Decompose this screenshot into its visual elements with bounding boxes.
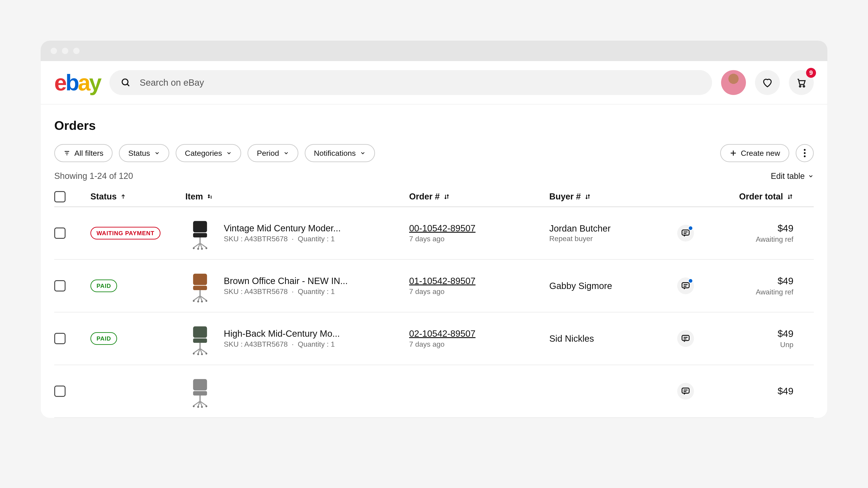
message-buyer-button[interactable] [677, 383, 694, 400]
svg-point-41 [206, 300, 207, 302]
search-input[interactable] [140, 78, 701, 88]
chevron-down-icon [226, 150, 232, 156]
categories-filter[interactable]: Categories [176, 144, 241, 162]
favorites-button[interactable] [755, 70, 780, 95]
column-buyer[interactable]: Buyer # [549, 192, 694, 202]
svg-rect-47 [193, 326, 207, 338]
create-new-label: Create new [741, 149, 780, 158]
buyer-name[interactable]: Jordan Butcher [549, 223, 611, 234]
column-item[interactable]: Item [185, 192, 409, 202]
order-age: 7 days ago [409, 340, 549, 348]
buyer-sub: Repeat buyer [549, 235, 611, 243]
search-bar[interactable] [110, 70, 712, 95]
period-filter-label: Period [257, 149, 279, 158]
svg-point-26 [193, 247, 195, 249]
svg-point-29 [201, 248, 203, 250]
notifications-filter[interactable]: Notifications [305, 144, 375, 162]
table-row: $49 [54, 365, 814, 418]
row-checkbox[interactable] [54, 227, 66, 239]
column-status[interactable]: Status [90, 192, 185, 202]
svg-point-28 [197, 248, 199, 250]
order-total: $49 [694, 223, 794, 234]
all-filters-label: All filters [74, 149, 103, 158]
svg-rect-20 [193, 233, 207, 238]
period-filter[interactable]: Period [248, 144, 298, 162]
buyer-name[interactable]: Gabby Sigmore [549, 281, 612, 291]
app-header: ebay 9 [41, 61, 827, 104]
svg-point-10 [804, 152, 806, 154]
sort-icon [443, 193, 450, 200]
order-total-sub: Awaiting ref [694, 235, 794, 244]
svg-point-69 [206, 405, 207, 407]
item-title[interactable]: High-Back Mid-Century Mo... [224, 329, 340, 339]
window-maximize-dot[interactable] [73, 48, 80, 54]
svg-point-11 [804, 155, 806, 157]
item-thumbnail[interactable] [185, 322, 215, 356]
status-badge-waiting: WAITING PAYMENT [90, 227, 160, 240]
plus-icon [730, 149, 737, 157]
edit-table-button[interactable]: Edit table [771, 172, 814, 181]
message-buyer-button[interactable] [677, 225, 694, 242]
create-new-button[interactable]: Create new [720, 144, 789, 162]
column-buyer-label: Buyer # [549, 192, 581, 202]
chevron-down-icon [283, 150, 289, 156]
item-title[interactable]: Brown Office Chair - NEW IN... [224, 276, 348, 286]
buyer-name[interactable]: Sid Nickles [549, 334, 594, 344]
svg-rect-19 [193, 221, 207, 232]
cart-button[interactable]: 9 [789, 70, 814, 95]
select-all-checkbox[interactable] [54, 191, 66, 203]
kebab-icon [804, 149, 806, 157]
item-thumbnail[interactable] [185, 216, 215, 250]
column-status-label: Status [90, 192, 117, 202]
svg-line-1 [127, 84, 129, 86]
table-header: Status Item Order # Buyer # [54, 187, 814, 207]
order-number-link[interactable]: 00-10542-89507 [409, 223, 549, 233]
sort-icon [207, 193, 213, 200]
status-badge-paid: PAID [90, 279, 117, 292]
svg-rect-34 [193, 285, 207, 290]
row-checkbox[interactable] [54, 333, 66, 344]
table-row: PAID High-Back Mid-Century Mo... SKU : A… [54, 312, 814, 365]
column-order[interactable]: Order # [409, 192, 549, 202]
status-filter-label: Status [128, 149, 150, 158]
row-checkbox[interactable] [54, 386, 66, 397]
window-minimize-dot[interactable] [62, 48, 68, 54]
svg-rect-33 [193, 274, 207, 285]
column-order-total[interactable]: Order total [694, 192, 794, 202]
categories-filter-label: Categories [185, 149, 222, 158]
ebay-logo[interactable]: ebay [54, 71, 100, 94]
page-title: Orders [54, 118, 814, 133]
item-thumbnail[interactable] [185, 269, 215, 303]
svg-rect-48 [193, 338, 207, 343]
order-number-link[interactable]: 01-10542-89507 [409, 276, 549, 286]
arrow-up-icon [120, 194, 126, 200]
svg-point-0 [122, 79, 128, 85]
status-badge-paid: PAID [90, 332, 117, 345]
svg-point-43 [201, 301, 203, 302]
svg-point-68 [193, 405, 195, 407]
item-thumbnail[interactable] [185, 374, 215, 408]
chevron-down-icon [808, 173, 814, 179]
search-icon [121, 78, 131, 88]
svg-point-2 [799, 86, 801, 87]
window-close-dot[interactable] [51, 48, 57, 54]
order-number-link[interactable]: 02-10542-89507 [409, 329, 549, 339]
message-buyer-button[interactable] [677, 330, 694, 347]
notification-dot [688, 226, 693, 231]
sort-icon [584, 193, 591, 200]
message-buyer-button[interactable] [677, 277, 694, 294]
all-filters-button[interactable]: All filters [54, 144, 113, 162]
svg-point-56 [197, 353, 199, 355]
svg-point-70 [197, 406, 199, 408]
svg-rect-30 [682, 230, 689, 235]
status-filter[interactable]: Status [119, 144, 169, 162]
row-checkbox[interactable] [54, 280, 66, 292]
column-order-total-label: Order total [739, 192, 783, 202]
svg-rect-58 [682, 335, 689, 341]
item-sku-line: SKU : A43BTR5678 · Quantity : 1 [224, 340, 340, 348]
more-actions-button[interactable] [796, 144, 814, 162]
notifications-filter-label: Notifications [314, 149, 356, 158]
item-title[interactable]: Vintage Mid Century Moder... [224, 223, 341, 233]
order-total: $49 [694, 328, 794, 339]
avatar[interactable] [721, 70, 746, 95]
